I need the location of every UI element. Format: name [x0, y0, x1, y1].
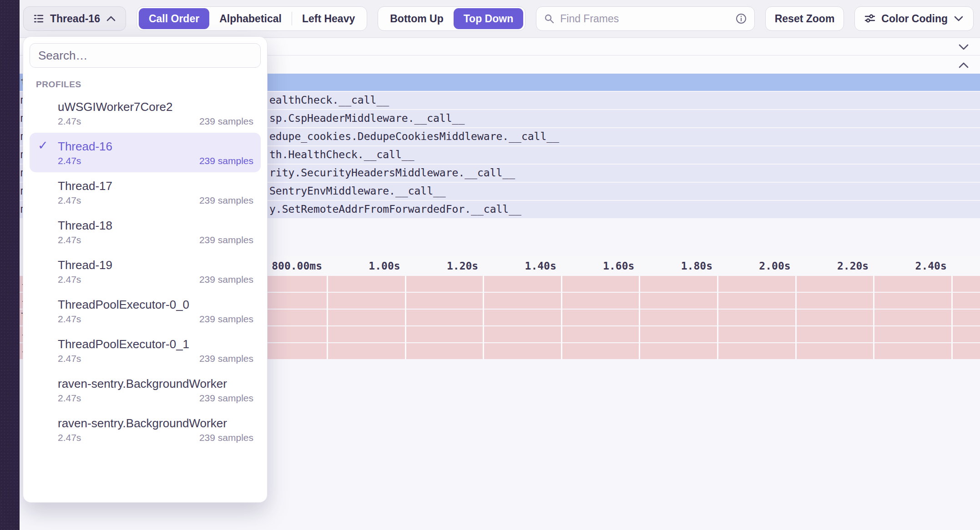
profile-samples: 239 samples [199, 314, 253, 325]
profile-list-item[interactable]: ✓ uWSGIWorker7Core2 2.47s 239 samples [30, 93, 261, 133]
list-icon [33, 13, 45, 25]
axis-tick-label: 800.00ms [272, 260, 322, 272]
order-toggle-group: Call Order Alphabetical Left Heavy [136, 6, 367, 31]
profile-list-item[interactable]: ✓ Thread-18 2.47s 239 samples [30, 212, 261, 251]
profile-samples: 239 samples [199, 274, 253, 285]
profile-duration: 2.47s [58, 314, 81, 325]
profile-samples: 239 samples [199, 195, 253, 206]
reset-zoom-button[interactable]: Reset Zoom [765, 6, 844, 31]
profile-samples: 239 samples [199, 116, 253, 127]
axis-tick-label: 1.00s [369, 260, 400, 272]
gridline [639, 276, 640, 359]
profile-meta: 2.47s 239 samples [58, 432, 253, 443]
collapse-chevron-up-icon[interactable] [957, 61, 970, 69]
order-option-alphabetical[interactable]: Alphabetical [209, 8, 292, 29]
profile-name: ThreadPoolExecutor-0_0 [58, 297, 253, 312]
profile-duration: 2.47s [58, 432, 81, 443]
gridline [951, 276, 953, 359]
frame-text: sp.CspHeaderMiddleware.__call__ [269, 112, 465, 124]
profile-samples: 239 samples [199, 235, 253, 245]
profile-name: uWSGIWorker7Core2 [58, 99, 253, 115]
dropdown-search[interactable] [30, 43, 261, 68]
axis-tick-label: 1.40s [525, 260, 556, 272]
profile-name: Thread-17 [58, 178, 253, 194]
axis-tick-label: 1.20s [447, 260, 478, 272]
chevron-down-icon [953, 15, 964, 22]
profiles-section-label: PROFILES [36, 80, 261, 90]
frame-text: SentryEnvMiddleware.__call__ [269, 185, 446, 197]
profile-duration: 2.47s [58, 155, 81, 166]
profile-meta: 2.47s 239 samples [58, 116, 253, 127]
axis-tick-label: 1.60s [603, 260, 634, 272]
profile-list-item[interactable]: ✓ ThreadPoolExecutor-0_0 2.47s 239 sampl… [30, 291, 261, 330]
profile-duration: 2.47s [58, 274, 81, 285]
sliders-icon [864, 13, 876, 25]
profile-meta: 2.47s 239 samples [58, 274, 253, 285]
gridline [561, 276, 562, 359]
profile-list-item[interactable]: ✓ raven-sentry.BackgroundWorker 2.47s 23… [30, 370, 261, 410]
profile-name: raven-sentry.BackgroundWorker [58, 376, 253, 391]
gridline [483, 276, 484, 359]
gridline [327, 276, 328, 359]
reset-zoom-label: Reset Zoom [775, 13, 835, 25]
profile-name: raven-sentry.BackgroundWorker [58, 415, 253, 431]
profile-samples: 239 samples [199, 393, 253, 404]
left-dark-rail [0, 0, 20, 530]
gridline [717, 276, 718, 359]
order-option-call-order[interactable]: Call Order [139, 8, 209, 29]
profile-duration: 2.47s [58, 235, 81, 245]
profile-meta: 2.47s 239 samples [58, 195, 253, 206]
profile-list-item[interactable]: ✓ Thread-16 2.47s 239 samples [30, 133, 261, 172]
direction-toggle-group: Bottom Up Top Down [378, 6, 525, 31]
profile-list: ✓ uWSGIWorker7Core2 2.47s 239 samples ✓ … [30, 93, 261, 449]
profile-meta: 2.47s 239 samples [58, 155, 253, 166]
profile-name: Thread-16 [58, 139, 253, 154]
profile-list-item[interactable]: ✓ ThreadPoolExecutor-0_1 2.47s 239 sampl… [30, 330, 261, 370]
frame-text: y.SetRemoteAddrFromForwardedFor.__call__ [269, 203, 521, 215]
chevron-up-icon [106, 15, 116, 22]
profile-samples: 239 samples [199, 155, 253, 166]
gridline [405, 276, 406, 359]
find-frames-input[interactable] [560, 13, 730, 25]
profile-meta: 2.47s 239 samples [58, 393, 253, 404]
profile-samples: 239 samples [199, 353, 253, 364]
axis-tick-label: 2.00s [759, 260, 790, 272]
check-icon: ✓ [38, 139, 58, 166]
profile-name: Thread-19 [58, 257, 253, 273]
profile-list-item[interactable]: ✓ Thread-19 2.47s 239 samples [30, 251, 261, 291]
profile-name: Thread-18 [58, 218, 253, 233]
find-frames-search[interactable] [536, 6, 755, 31]
direction-option-top-down[interactable]: Top Down [454, 8, 523, 29]
direction-option-bottom-up[interactable]: Bottom Up [380, 8, 454, 29]
dropdown-search-input[interactable] [38, 49, 252, 63]
profile-duration: 2.47s [58, 353, 81, 364]
expand-chevron-down-icon[interactable] [957, 43, 970, 51]
info-icon[interactable] [735, 13, 747, 25]
frame-text: ealthCheck.__call__ [269, 94, 389, 106]
profile-meta: 2.47s 239 samples [58, 235, 253, 245]
color-coding-button[interactable]: Color Coding [854, 6, 974, 31]
profile-samples: 239 samples [199, 432, 253, 443]
gridline [873, 276, 874, 359]
gridline [795, 276, 797, 359]
profile-meta: 2.47s 239 samples [58, 353, 253, 364]
profile-duration: 2.47s [58, 116, 81, 127]
thread-selector-button[interactable]: Thread-16 [23, 6, 126, 31]
color-coding-label: Color Coding [881, 13, 948, 25]
toolbar: Thread-16 Call Order Alphabetical Left H… [20, 0, 980, 38]
thread-selector-label: Thread-16 [50, 13, 100, 25]
profiler-screen: Thread-16 Call Order Alphabetical Left H… [0, 0, 980, 530]
axis-tick-label: 2.40s [915, 260, 947, 272]
profile-duration: 2.47s [58, 393, 81, 404]
profile-meta: 2.47s 239 samples [58, 314, 253, 325]
profile-list-item[interactable]: ✓ raven-sentry.BackgroundWorker 2.47s 23… [30, 410, 261, 449]
profile-name: ThreadPoolExecutor-0_1 [58, 336, 253, 352]
search-icon [544, 13, 555, 24]
profile-duration: 2.47s [58, 195, 81, 206]
order-option-left-heavy[interactable]: Left Heavy [292, 8, 365, 29]
frame-text: rity.SecurityHeadersMiddleware.__call__ [269, 167, 515, 179]
frame-text: edupe_cookies.DedupeCookiesMiddleware.__… [269, 130, 559, 142]
axis-tick-label: 1.80s [681, 260, 712, 272]
profile-list-item[interactable]: ✓ Thread-17 2.47s 239 samples [30, 172, 261, 212]
profiles-dropdown: PROFILES ✓ uWSGIWorker7Core2 2.47s 239 s… [23, 36, 268, 503]
